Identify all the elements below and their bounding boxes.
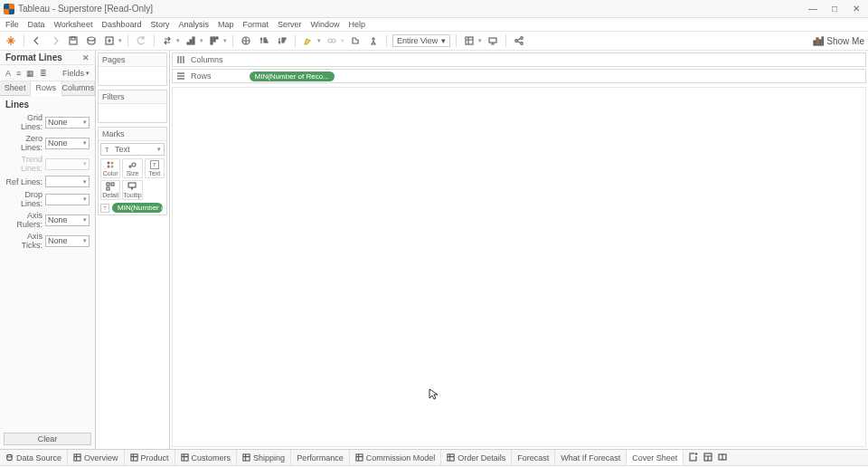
format-tab-sheet[interactable]: Sheet: [0, 81, 31, 95]
swap-button[interactable]: ▾: [160, 33, 180, 48]
menu-worksheet[interactable]: Worksheet: [54, 20, 93, 29]
totals-button[interactable]: [239, 33, 253, 48]
ref-lines-select[interactable]: ▾: [45, 176, 90, 187]
new-story-icon[interactable]: [718, 453, 727, 463]
svg-point-29: [108, 162, 110, 165]
format-tab-columns[interactable]: Columns: [62, 81, 96, 95]
mark-type-select[interactable]: T Text▾: [100, 143, 165, 156]
svg-rect-35: [107, 183, 109, 186]
tab-cover-sheet[interactable]: Cover Sheet: [627, 450, 684, 465]
tab-product[interactable]: Product: [125, 450, 175, 465]
marks-tooltip[interactable]: Tooltip: [122, 180, 142, 200]
grid-lines-select[interactable]: None▾: [45, 117, 90, 129]
sort-rows-asc[interactable]: [257, 33, 271, 48]
menu-analysis[interactable]: Analysis: [178, 20, 209, 29]
axis-ticks-select[interactable]: None▾: [45, 235, 90, 247]
menu-server[interactable]: Server: [278, 20, 302, 29]
share-button[interactable]: [512, 33, 526, 48]
viz-canvas[interactable]: [172, 87, 866, 447]
forward-button[interactable]: [48, 33, 62, 48]
view-area: Columns Rows MIN(Number of Reco...: [170, 51, 868, 449]
svg-rect-12: [264, 40, 267, 41]
menu-window[interactable]: Window: [311, 20, 340, 29]
tab-shipping[interactable]: Shipping: [237, 450, 291, 465]
tab-commission[interactable]: Commission Model: [350, 450, 442, 465]
tab-whatif[interactable]: What If Forecast: [555, 450, 627, 465]
sort-desc-button[interactable]: ▾: [207, 33, 227, 48]
svg-rect-39: [177, 56, 179, 63]
new-sheet-button[interactable]: ▾: [102, 33, 122, 48]
svg-rect-50: [356, 454, 363, 461]
maximize-button[interactable]: □: [830, 5, 839, 14]
marks-text[interactable]: TText: [145, 158, 165, 178]
back-button[interactable]: [30, 33, 44, 48]
minimize-button[interactable]: —: [808, 5, 817, 14]
fit-selector[interactable]: Entire View▾: [392, 34, 450, 47]
tab-customers[interactable]: Customers: [175, 450, 238, 465]
menu-story[interactable]: Story: [150, 20, 169, 29]
menu-data[interactable]: Data: [28, 20, 45, 29]
group-button[interactable]: ▾: [325, 33, 344, 48]
show-me-button[interactable]: Show Me: [813, 35, 864, 46]
fields-dropdown[interactable]: Fields▾: [62, 69, 90, 78]
menu-format[interactable]: Format: [242, 20, 269, 29]
tab-order-details[interactable]: Order Details: [441, 450, 512, 465]
drop-lines-select[interactable]: ▾: [45, 194, 90, 205]
clear-format-button[interactable]: Clear: [4, 433, 91, 445]
svg-rect-43: [177, 75, 184, 77]
svg-rect-6: [193, 37, 194, 44]
sort-rows-desc[interactable]: [275, 33, 289, 48]
pin-button[interactable]: [366, 33, 381, 48]
zero-lines-select[interactable]: None▾: [45, 138, 90, 149]
svg-rect-24: [814, 41, 816, 45]
tab-forecast[interactable]: Forecast: [512, 450, 555, 465]
text-icon: T: [100, 204, 109, 213]
marks-detail[interactable]: Detail: [100, 180, 120, 200]
rows-shelf[interactable]: Rows MIN(Number of Reco...: [172, 69, 866, 83]
tab-data-source[interactable]: Data Source: [0, 450, 68, 465]
sort-asc-button[interactable]: ▾: [184, 33, 203, 48]
new-worksheet-icon[interactable]: [689, 453, 698, 463]
marks-card: Marks T Text▾ Color Size TText Detail To…: [98, 127, 167, 215]
alignment-format-icon[interactable]: ≡: [16, 69, 21, 78]
filters-card[interactable]: Filters: [98, 90, 167, 123]
svg-rect-46: [74, 454, 80, 461]
highlight-button[interactable]: ▾: [301, 33, 321, 48]
window-title: Tableau - Superstore [Read-Only]: [18, 4, 153, 14]
rows-pill[interactable]: MIN(Number of Reco...: [250, 71, 335, 81]
close-button[interactable]: ✕: [852, 5, 861, 14]
svg-rect-42: [177, 72, 184, 74]
marks-color[interactable]: Color: [100, 158, 120, 178]
svg-rect-37: [107, 187, 109, 190]
show-hide-cards[interactable]: ▾: [462, 33, 482, 48]
format-tab-rows[interactable]: Rows: [31, 81, 61, 96]
format-title: Format Lines: [5, 52, 62, 62]
new-dashboard-icon[interactable]: [703, 453, 712, 463]
marks-size[interactable]: Size: [122, 158, 142, 178]
svg-point-2: [88, 37, 95, 41]
svg-rect-13: [264, 42, 268, 43]
tab-performance[interactable]: Performance: [291, 450, 350, 465]
axis-rulers-select[interactable]: None▾: [45, 214, 90, 226]
format-close-icon[interactable]: ✕: [82, 53, 90, 62]
menu-map[interactable]: Map: [218, 20, 234, 29]
new-data-button[interactable]: [84, 33, 99, 48]
presentation-mode-button[interactable]: [486, 33, 500, 48]
svg-rect-9: [216, 37, 218, 39]
menu-help[interactable]: Help: [349, 20, 366, 29]
lines-format-icon[interactable]: ≣: [40, 69, 47, 78]
pages-card[interactable]: Pages: [98, 52, 167, 86]
save-button[interactable]: [66, 33, 80, 48]
font-format-icon[interactable]: A: [5, 69, 11, 78]
menu-dashboard[interactable]: Dashboard: [101, 20, 141, 29]
refresh-button[interactable]: [134, 33, 148, 48]
columns-shelf[interactable]: Columns: [172, 52, 866, 67]
menu-file[interactable]: File: [5, 20, 19, 29]
tableau-icon[interactable]: [4, 33, 18, 48]
show-mark-labels[interactable]: [348, 33, 363, 48]
svg-point-45: [7, 454, 12, 457]
tab-overview[interactable]: Overview: [68, 450, 125, 465]
svg-rect-16: [282, 42, 284, 43]
shading-format-icon[interactable]: ▦: [26, 69, 34, 78]
marks-pill[interactable]: MIN(Number o...: [112, 203, 163, 213]
